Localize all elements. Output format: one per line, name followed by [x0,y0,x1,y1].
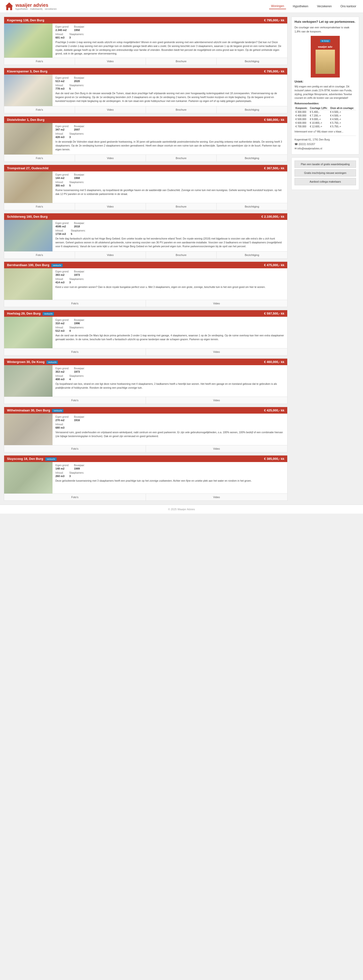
listing-actions: Foto'sVideoBrochureBezichtiging [4,251,287,258]
sidebar-brand-logo: waaijer advies [318,44,333,49]
nav-ons-kantoor[interactable]: Ons kantoor [339,4,358,9]
listing-price: € 460,000,- kk [264,360,284,364]
listing-description: De hele dag fantastisch uitzicht op het … [55,237,284,248]
action-foto's[interactable]: Foto's [4,445,146,452]
listing-body: Eigen grond: 148 m2 Bouwjaar: 1989 Inhou… [4,462,287,493]
listing-image [4,24,52,57]
nav-hypotheken[interactable]: Hypotheken [291,4,310,9]
action-foto's[interactable]: Foto's [4,397,146,404]
action-foto's[interactable]: Foto's [4,300,146,307]
listing-details: Eigen grond: 144 m2 Bouwjaar: 1968 Inhou… [52,172,287,203]
listing-details: Eigen grond: 2.340 m2 Bouwjaar: 1950 Inh… [52,24,287,57]
image-placeholder [4,172,52,203]
listing-price: € 597,500,- kk [264,312,284,315]
image-placeholder [4,220,52,251]
reken-allin: € 4.500,-+ [329,114,356,118]
action-video[interactable]: Video [75,58,146,65]
listing-meta: Eigen grond: 513 m2 Bouwjaar: 2020 [55,76,284,83]
bouwjaar: Bouwjaar: 2018 [74,222,85,228]
eigen-grond: Eigen grond: 270 m2 [55,415,69,422]
action-bezichtiging[interactable]: Bezichtiging [217,58,287,65]
listing-header: Schilderweg 160, Den Burg € 2.100,000,- … [4,213,287,220]
action-video[interactable]: Video [146,494,287,501]
listing-description: Op loopafstand van bos, strand en zee li… [55,382,284,390]
inhoud: Inhoud: 260 m3 [55,471,64,477]
listing-image [4,75,52,106]
nav-verzekeren[interactable]: Verzekeren [315,4,334,9]
logo-main-text: waaijer advies [16,2,57,8]
listing-card: Distelvlinder 1, Den Burg € 580,000,- kk… [4,116,287,162]
actions-widget: Plan een taxatie of gratis waardebepalin… [292,158,359,190]
image-placeholder [4,462,52,493]
sold-badge: Verkocht [43,312,54,315]
inhoud: Inhoud: 414 m3 [55,278,64,284]
action-video[interactable]: Video [146,348,287,355]
reken-col-koopsom: Koopsom: [295,106,309,110]
agent-image [315,49,335,74]
action-video[interactable]: Video [75,155,146,162]
listing-title: Schilderweg 160, Den Burg [7,215,48,218]
listing-meta: Eigen grond: 2.340 m2 Bouwjaar: 1950 [55,25,284,32]
listing-header: Trompstraat 27, Oudeschild € 367,500,- k… [4,165,287,172]
action-brochure[interactable]: Brochure [146,203,217,210]
listing-actions: Foto'sVideoBrochureBezichtiging [4,154,287,162]
listing-card: Bernhardlaan 100, Den BurgVerkocht € 475… [4,261,287,307]
sidebar-logo-box: te koop waaijer advies [311,36,340,78]
listing-meta: Eigen grond: 353 m2 Bouwjaar: 1973 [55,367,284,373]
action-foto's[interactable]: Foto's [4,203,75,210]
action-video[interactable]: Video [146,445,287,452]
reken-koopsom: € 700.000 [295,125,309,128]
action-video[interactable]: Video [75,251,146,258]
bouwjaar: Bouwjaar: 1973 [74,367,85,373]
taxatie-btn[interactable]: Plan een taxatie of gratis waardebepalin… [295,161,356,168]
action-bezichtiging[interactable]: Bezichtiging [217,155,287,162]
listing-card: Kogerweg 138, Den Burg € 795,000,- kk Ei… [4,17,287,65]
action-video[interactable]: Video [146,397,287,404]
listing-actions: Foto'sVideo [4,493,287,501]
action-bezichtiging[interactable]: Bezichtiging [217,203,287,210]
svg-rect-1 [8,8,10,10]
listing-title: Wintergroen 30, De KoogVerkocht [7,360,58,364]
listing-card: Trompstraat 27, Oudeschild € 367,500,- k… [4,165,287,210]
listing-meta2: Inhoud: 601 m3 Slaapkamers: 3 [55,33,284,39]
reken-courtage: € 7.200,-+ [309,114,330,118]
eigen-grond: Eigen grond: 513 m2 [55,76,69,83]
listing-details: Eigen grond: 270 m2 Bouwjaar: 1916 Inhou… [52,414,287,445]
slaapkamers: Slaapkamers: 4 [69,326,84,332]
action-foto's[interactable]: Foto's [4,106,75,113]
listing-image [4,172,52,203]
divider1 [295,135,356,136]
action-foto's[interactable]: Foto's [4,155,75,162]
action-brochure[interactable]: Brochure [146,106,217,113]
action-video[interactable]: Video [146,300,287,307]
listing-title: Sluyscoog 18, Den BurgVerkocht [7,457,57,461]
listing-actions: Foto'sVideoBrochureBezichtiging [4,203,287,210]
action-brochure[interactable]: Brochure [146,155,217,162]
contact-phone: ☎ (0222) 315207 [295,142,356,146]
action-foto's[interactable]: Foto's [4,348,146,355]
slaapkamers: Slaapkamers: 3 [69,471,84,477]
action-video[interactable]: Video [75,203,146,210]
nav-woningen[interactable]: Woningen [269,3,286,9]
action-foto's[interactable]: Foto's [4,494,146,501]
listing-details: Eigen grond: 310 m2 Bouwjaar: 1996 Inhou… [52,317,287,348]
inhoud: Inhoud: 601 m3 [55,33,64,39]
action-brochure[interactable]: Brochure [146,58,217,65]
eigen-grond: Eigen grond: 2.340 m2 [55,25,69,32]
slaapkamers: Slaapkamers: 5 [69,181,84,187]
image-placeholder [4,317,52,348]
action-bezichtiging[interactable]: Bezichtiging [217,106,287,113]
inschrijving-btn[interactable]: Gratis inschrijving nieuwe woningen [295,169,356,177]
listing-body: Eigen grond: 353 m2 Bouwjaar: 1973 Inhou… [4,365,287,397]
action-video[interactable]: Video [75,106,146,113]
listing-price: € 475,000,- kk [264,263,284,267]
collega-btn[interactable]: Aanbod collega makelaars [295,178,356,185]
listing-details: Eigen grond: 148 m2 Bouwjaar: 1989 Inhou… [52,462,287,493]
listing-price: € 385,000,- kk [264,457,284,461]
action-foto's[interactable]: Foto's [4,58,75,65]
action-brochure[interactable]: Brochure [146,251,217,258]
listing-meta2: Inhoud: 428 m3 Slaapkamers: 3 [55,132,284,138]
action-bezichtiging[interactable]: Bezichtiging [217,251,287,258]
action-foto's[interactable]: Foto's [4,251,75,258]
contact-address: Kogerstraat 61, 1791 Den Burg [295,138,356,142]
